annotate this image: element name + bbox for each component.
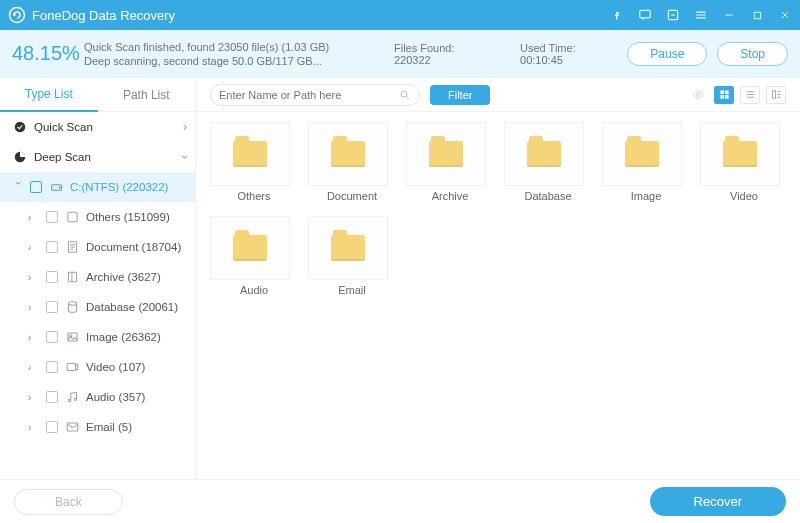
minimize-icon[interactable] xyxy=(722,8,736,22)
type-icon xyxy=(64,390,80,404)
tree-item[interactable]: ›Video (107) xyxy=(0,352,195,382)
folder-icon xyxy=(233,235,267,261)
chevron-right-icon: › xyxy=(28,242,40,253)
close-icon[interactable] xyxy=(778,8,792,22)
check-circle-icon xyxy=(12,120,28,134)
tree-deep-scan[interactable]: Deep Scan › xyxy=(0,142,195,172)
folder-card[interactable]: Others xyxy=(210,122,290,202)
folder-label: Others xyxy=(218,190,290,202)
folder-card[interactable]: Document xyxy=(308,122,388,202)
app-title: FoneDog Data Recovery xyxy=(32,8,175,23)
tree-drive[interactable]: › C:(NTFS) (220322) xyxy=(0,172,195,202)
menu-icon[interactable] xyxy=(694,8,708,22)
type-icon xyxy=(64,300,80,314)
checkbox[interactable] xyxy=(46,361,58,373)
folder-card[interactable]: Image xyxy=(602,122,682,202)
tree-item[interactable]: ›Email (5) xyxy=(0,412,195,442)
chevron-right-icon: › xyxy=(28,332,40,343)
folder-card[interactable]: Video xyxy=(700,122,780,202)
checkbox[interactable] xyxy=(46,331,58,343)
checkbox[interactable] xyxy=(46,211,58,223)
status-line-1: Quick Scan finished, found 23050 file(s)… xyxy=(84,41,384,53)
feedback-icon[interactable] xyxy=(638,8,652,22)
chevron-right-icon: › xyxy=(28,272,40,283)
folder-card[interactable]: Archive xyxy=(406,122,486,202)
svg-point-16 xyxy=(74,398,76,400)
folder-thumb xyxy=(700,122,780,186)
tree-item[interactable]: ›Database (20061) xyxy=(0,292,195,322)
toolbar: Filter xyxy=(196,78,800,112)
folder-icon xyxy=(331,141,365,167)
folder-thumb xyxy=(308,216,388,280)
folder-icon xyxy=(233,141,267,167)
files-found: Files Found: 220322 xyxy=(394,42,490,66)
folder-label: Email xyxy=(316,284,388,296)
back-button[interactable]: Back xyxy=(14,489,123,515)
preview-icon[interactable] xyxy=(688,89,708,101)
folder-card[interactable]: Database xyxy=(504,122,584,202)
folder-thumb xyxy=(210,122,290,186)
progress-circle-icon xyxy=(12,150,28,164)
type-icon xyxy=(64,360,80,374)
folder-label: Image xyxy=(610,190,682,202)
svg-point-18 xyxy=(401,91,407,97)
view-grid-button[interactable] xyxy=(714,86,734,104)
folder-card[interactable]: Audio xyxy=(210,216,290,296)
tree-item[interactable]: ›Document (18704) xyxy=(0,232,195,262)
status-line-2: Deep scanning, second stage 50.0 GB/117 … xyxy=(84,55,384,67)
footer: Back Recover xyxy=(0,479,800,523)
facebook-icon[interactable] xyxy=(610,8,624,22)
tree-item-label: Video (107) xyxy=(86,361,187,373)
svg-rect-12 xyxy=(67,333,76,341)
checkbox[interactable] xyxy=(46,391,58,403)
tab-type-list[interactable]: Type List xyxy=(0,78,98,112)
chevron-right-icon: › xyxy=(28,422,40,433)
register-icon[interactable] xyxy=(666,8,680,22)
tree-item[interactable]: ›Audio (357) xyxy=(0,382,195,412)
chevron-right-icon: › xyxy=(28,392,40,403)
disk-icon xyxy=(48,180,64,194)
svg-point-7 xyxy=(59,186,60,187)
type-icon xyxy=(64,210,80,224)
checkbox[interactable] xyxy=(46,241,58,253)
search-box[interactable] xyxy=(210,84,420,106)
pause-button[interactable]: Pause xyxy=(627,42,707,66)
tree-item[interactable]: ›Archive (3627) xyxy=(0,262,195,292)
search-input[interactable] xyxy=(219,89,393,101)
chevron-right-icon: › xyxy=(28,362,40,373)
tree-item[interactable]: ›Others (151099) xyxy=(0,202,195,232)
checkbox[interactable] xyxy=(46,301,58,313)
folder-card[interactable]: Email xyxy=(308,216,388,296)
tab-path-list[interactable]: Path List xyxy=(98,78,196,112)
used-time: Used Time: 00:10:45 xyxy=(520,42,617,66)
checkbox[interactable] xyxy=(46,271,58,283)
chevron-down-icon: › xyxy=(178,155,192,159)
folder-label: Database xyxy=(512,190,584,202)
tree-item-label: Audio (357) xyxy=(86,391,187,403)
maximize-icon[interactable] xyxy=(750,8,764,22)
view-list-button[interactable] xyxy=(740,86,760,104)
folder-label: Document xyxy=(316,190,388,202)
stop-button[interactable]: Stop xyxy=(717,42,788,66)
sidebar: Type List Path List Quick Scan › Deep Sc… xyxy=(0,78,196,479)
svg-rect-23 xyxy=(724,95,728,99)
checkbox[interactable] xyxy=(46,421,58,433)
tree-item-label: Email (5) xyxy=(86,421,187,433)
chevron-right-icon: › xyxy=(28,302,40,313)
recover-button[interactable]: Recover xyxy=(650,487,786,516)
tree-item[interactable]: ›Image (26362) xyxy=(0,322,195,352)
folder-thumb xyxy=(308,122,388,186)
filter-button[interactable]: Filter xyxy=(430,85,490,105)
type-icon xyxy=(64,330,80,344)
svg-point-0 xyxy=(10,8,25,23)
tree-item-label: Others (151099) xyxy=(86,211,187,223)
checkbox[interactable] xyxy=(30,181,42,193)
view-detail-button[interactable] xyxy=(766,86,786,104)
folder-grid: OthersDocumentArchiveDatabaseImageVideoA… xyxy=(196,112,800,479)
tree: Quick Scan › Deep Scan › › C:(NTFS) (220… xyxy=(0,112,195,479)
tree-quick-scan[interactable]: Quick Scan › xyxy=(0,112,195,142)
folder-thumb xyxy=(210,216,290,280)
title-bar: FoneDog Data Recovery xyxy=(0,0,800,30)
folder-thumb xyxy=(602,122,682,186)
app-logo: FoneDog Data Recovery xyxy=(8,6,175,24)
